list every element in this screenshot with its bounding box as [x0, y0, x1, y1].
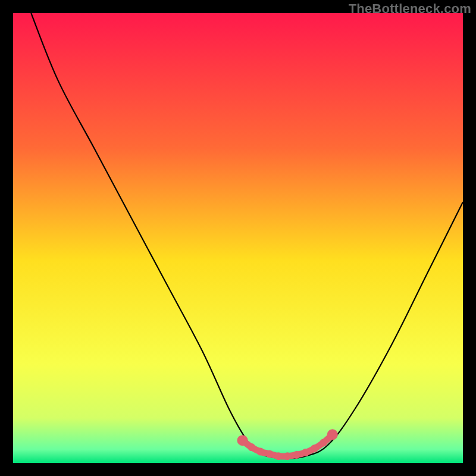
optimum-band-dot	[311, 444, 318, 452]
optimum-band-dot	[275, 452, 283, 460]
optimum-band-dot	[327, 429, 338, 440]
optimum-band-dot	[237, 435, 248, 446]
chart-area	[13, 13, 463, 463]
optimum-band-dot	[302, 449, 309, 456]
watermark-text: TheBottleneck.com	[349, 1, 471, 17]
bottleneck-chart-svg	[13, 13, 463, 463]
optimum-band-dot	[248, 443, 255, 451]
gradient-background	[13, 13, 463, 463]
optimum-band-dot	[256, 448, 264, 456]
optimum-band-dot	[320, 439, 327, 446]
optimum-band-dot	[265, 450, 273, 458]
optimum-band-dot	[284, 452, 292, 460]
optimum-band-dot	[293, 451, 300, 459]
